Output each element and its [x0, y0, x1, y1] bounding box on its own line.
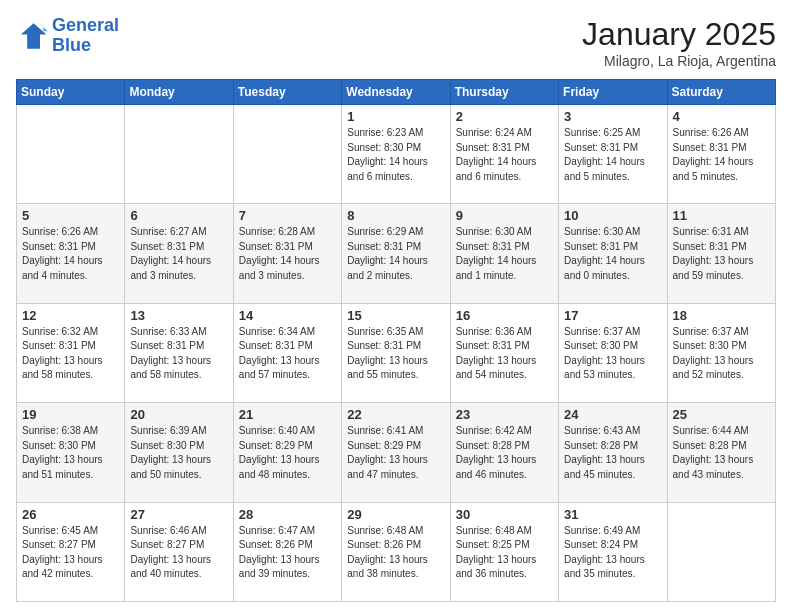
- calendar-cell: 7Sunrise: 6:28 AM Sunset: 8:31 PM Daylig…: [233, 204, 341, 303]
- page: General Blue January 2025 Milagro, La Ri…: [0, 0, 792, 612]
- day-number: 5: [22, 208, 119, 223]
- calendar-cell: 25Sunrise: 6:44 AM Sunset: 8:28 PM Dayli…: [667, 403, 775, 502]
- day-number: 17: [564, 308, 661, 323]
- day-number: 28: [239, 507, 336, 522]
- calendar-week-row: 1Sunrise: 6:23 AM Sunset: 8:30 PM Daylig…: [17, 105, 776, 204]
- day-info: Sunrise: 6:49 AM Sunset: 8:24 PM Dayligh…: [564, 524, 661, 582]
- calendar-week-row: 19Sunrise: 6:38 AM Sunset: 8:30 PM Dayli…: [17, 403, 776, 502]
- calendar-table: SundayMondayTuesdayWednesdayThursdayFrid…: [16, 79, 776, 602]
- day-number: 31: [564, 507, 661, 522]
- day-number: 16: [456, 308, 553, 323]
- day-info: Sunrise: 6:38 AM Sunset: 8:30 PM Dayligh…: [22, 424, 119, 482]
- day-number: 13: [130, 308, 227, 323]
- calendar-cell: [125, 105, 233, 204]
- day-info: Sunrise: 6:33 AM Sunset: 8:31 PM Dayligh…: [130, 325, 227, 383]
- calendar-week-row: 12Sunrise: 6:32 AM Sunset: 8:31 PM Dayli…: [17, 303, 776, 402]
- day-number: 15: [347, 308, 444, 323]
- calendar-cell: 10Sunrise: 6:30 AM Sunset: 8:31 PM Dayli…: [559, 204, 667, 303]
- day-number: 30: [456, 507, 553, 522]
- calendar-cell: 11Sunrise: 6:31 AM Sunset: 8:31 PM Dayli…: [667, 204, 775, 303]
- calendar-cell: 18Sunrise: 6:37 AM Sunset: 8:30 PM Dayli…: [667, 303, 775, 402]
- calendar-cell: 26Sunrise: 6:45 AM Sunset: 8:27 PM Dayli…: [17, 502, 125, 601]
- day-info: Sunrise: 6:47 AM Sunset: 8:26 PM Dayligh…: [239, 524, 336, 582]
- day-info: Sunrise: 6:32 AM Sunset: 8:31 PM Dayligh…: [22, 325, 119, 383]
- day-info: Sunrise: 6:43 AM Sunset: 8:28 PM Dayligh…: [564, 424, 661, 482]
- day-info: Sunrise: 6:34 AM Sunset: 8:31 PM Dayligh…: [239, 325, 336, 383]
- day-number: 23: [456, 407, 553, 422]
- calendar-cell: 15Sunrise: 6:35 AM Sunset: 8:31 PM Dayli…: [342, 303, 450, 402]
- day-number: 25: [673, 407, 770, 422]
- calendar-cell: 27Sunrise: 6:46 AM Sunset: 8:27 PM Dayli…: [125, 502, 233, 601]
- day-number: 9: [456, 208, 553, 223]
- day-info: Sunrise: 6:26 AM Sunset: 8:31 PM Dayligh…: [22, 225, 119, 283]
- calendar-cell: 19Sunrise: 6:38 AM Sunset: 8:30 PM Dayli…: [17, 403, 125, 502]
- day-number: 22: [347, 407, 444, 422]
- calendar-cell: 16Sunrise: 6:36 AM Sunset: 8:31 PM Dayli…: [450, 303, 558, 402]
- calendar-cell: 31Sunrise: 6:49 AM Sunset: 8:24 PM Dayli…: [559, 502, 667, 601]
- calendar-cell: 2Sunrise: 6:24 AM Sunset: 8:31 PM Daylig…: [450, 105, 558, 204]
- day-info: Sunrise: 6:29 AM Sunset: 8:31 PM Dayligh…: [347, 225, 444, 283]
- day-number: 8: [347, 208, 444, 223]
- calendar-week-row: 5Sunrise: 6:26 AM Sunset: 8:31 PM Daylig…: [17, 204, 776, 303]
- calendar-cell: 23Sunrise: 6:42 AM Sunset: 8:28 PM Dayli…: [450, 403, 558, 502]
- day-info: Sunrise: 6:45 AM Sunset: 8:27 PM Dayligh…: [22, 524, 119, 582]
- day-number: 20: [130, 407, 227, 422]
- day-info: Sunrise: 6:48 AM Sunset: 8:26 PM Dayligh…: [347, 524, 444, 582]
- weekday-header: Thursday: [450, 80, 558, 105]
- calendar-cell: 20Sunrise: 6:39 AM Sunset: 8:30 PM Dayli…: [125, 403, 233, 502]
- day-number: 3: [564, 109, 661, 124]
- day-number: 27: [130, 507, 227, 522]
- svg-marker-0: [21, 23, 47, 49]
- day-number: 6: [130, 208, 227, 223]
- calendar-week-row: 26Sunrise: 6:45 AM Sunset: 8:27 PM Dayli…: [17, 502, 776, 601]
- day-number: 21: [239, 407, 336, 422]
- header: General Blue January 2025 Milagro, La Ri…: [16, 16, 776, 69]
- calendar-cell: 24Sunrise: 6:43 AM Sunset: 8:28 PM Dayli…: [559, 403, 667, 502]
- calendar-cell: 9Sunrise: 6:30 AM Sunset: 8:31 PM Daylig…: [450, 204, 558, 303]
- calendar-cell: [667, 502, 775, 601]
- day-number: 19: [22, 407, 119, 422]
- weekday-header: Saturday: [667, 80, 775, 105]
- day-info: Sunrise: 6:26 AM Sunset: 8:31 PM Dayligh…: [673, 126, 770, 184]
- calendar-cell: 29Sunrise: 6:48 AM Sunset: 8:26 PM Dayli…: [342, 502, 450, 601]
- calendar-cell: 17Sunrise: 6:37 AM Sunset: 8:30 PM Dayli…: [559, 303, 667, 402]
- day-info: Sunrise: 6:30 AM Sunset: 8:31 PM Dayligh…: [456, 225, 553, 283]
- calendar-cell: [17, 105, 125, 204]
- weekday-header: Friday: [559, 80, 667, 105]
- logo-text: General Blue: [52, 16, 119, 56]
- day-info: Sunrise: 6:35 AM Sunset: 8:31 PM Dayligh…: [347, 325, 444, 383]
- title-block: January 2025 Milagro, La Rioja, Argentin…: [582, 16, 776, 69]
- day-number: 18: [673, 308, 770, 323]
- calendar-cell: 13Sunrise: 6:33 AM Sunset: 8:31 PM Dayli…: [125, 303, 233, 402]
- logo: General Blue: [16, 16, 119, 56]
- calendar-cell: 4Sunrise: 6:26 AM Sunset: 8:31 PM Daylig…: [667, 105, 775, 204]
- weekday-header: Wednesday: [342, 80, 450, 105]
- logo-line2: Blue: [52, 35, 91, 55]
- calendar-cell: 14Sunrise: 6:34 AM Sunset: 8:31 PM Dayli…: [233, 303, 341, 402]
- day-info: Sunrise: 6:37 AM Sunset: 8:30 PM Dayligh…: [564, 325, 661, 383]
- day-number: 14: [239, 308, 336, 323]
- day-info: Sunrise: 6:25 AM Sunset: 8:31 PM Dayligh…: [564, 126, 661, 184]
- calendar-cell: 28Sunrise: 6:47 AM Sunset: 8:26 PM Dayli…: [233, 502, 341, 601]
- day-number: 29: [347, 507, 444, 522]
- calendar-cell: 8Sunrise: 6:29 AM Sunset: 8:31 PM Daylig…: [342, 204, 450, 303]
- weekday-header: Sunday: [17, 80, 125, 105]
- weekday-header: Monday: [125, 80, 233, 105]
- calendar-cell: 6Sunrise: 6:27 AM Sunset: 8:31 PM Daylig…: [125, 204, 233, 303]
- day-info: Sunrise: 6:27 AM Sunset: 8:31 PM Dayligh…: [130, 225, 227, 283]
- calendar-cell: 21Sunrise: 6:40 AM Sunset: 8:29 PM Dayli…: [233, 403, 341, 502]
- day-info: Sunrise: 6:46 AM Sunset: 8:27 PM Dayligh…: [130, 524, 227, 582]
- calendar-cell: 1Sunrise: 6:23 AM Sunset: 8:30 PM Daylig…: [342, 105, 450, 204]
- calendar-header-row: SundayMondayTuesdayWednesdayThursdayFrid…: [17, 80, 776, 105]
- day-info: Sunrise: 6:44 AM Sunset: 8:28 PM Dayligh…: [673, 424, 770, 482]
- day-number: 1: [347, 109, 444, 124]
- day-info: Sunrise: 6:24 AM Sunset: 8:31 PM Dayligh…: [456, 126, 553, 184]
- calendar-cell: 5Sunrise: 6:26 AM Sunset: 8:31 PM Daylig…: [17, 204, 125, 303]
- day-info: Sunrise: 6:39 AM Sunset: 8:30 PM Dayligh…: [130, 424, 227, 482]
- day-info: Sunrise: 6:41 AM Sunset: 8:29 PM Dayligh…: [347, 424, 444, 482]
- day-info: Sunrise: 6:37 AM Sunset: 8:30 PM Dayligh…: [673, 325, 770, 383]
- day-number: 12: [22, 308, 119, 323]
- calendar-cell: 22Sunrise: 6:41 AM Sunset: 8:29 PM Dayli…: [342, 403, 450, 502]
- day-number: 10: [564, 208, 661, 223]
- logo-icon: [16, 20, 48, 52]
